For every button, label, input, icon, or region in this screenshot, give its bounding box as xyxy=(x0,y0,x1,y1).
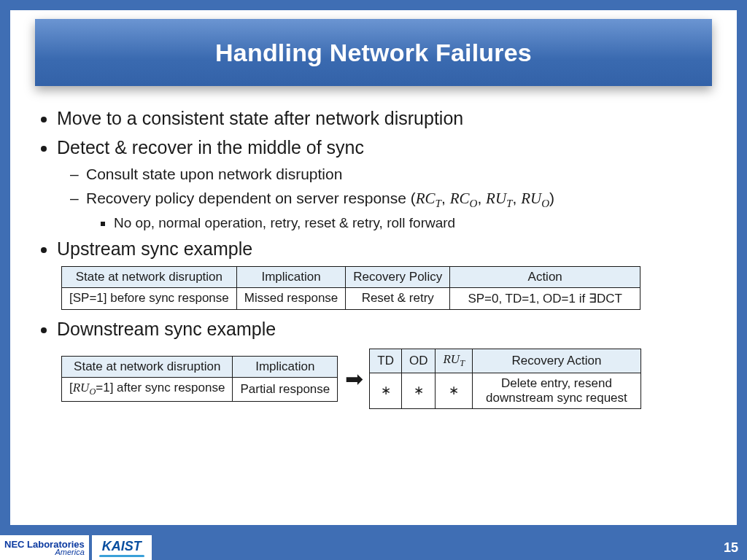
t2b-h1: TD xyxy=(370,349,402,373)
t2b-r1c3: ∗ xyxy=(436,373,472,408)
table-row: [SP=1] before sync response Missed respo… xyxy=(62,287,640,309)
kaist-logo: KAIST xyxy=(92,535,152,560)
bullet-2b-sublist: No op, normal operation, retry, reset & … xyxy=(86,214,709,233)
page-number: 15 xyxy=(724,540,738,556)
t2b-h2: OD xyxy=(401,349,436,373)
t2b-r1c1: ∗ xyxy=(370,373,402,408)
table-row: State at network disruption Implication xyxy=(62,357,338,378)
logo-strip: NEC Laboratories America KAIST xyxy=(0,535,152,560)
title-bar: Handling Network Failures xyxy=(35,19,712,86)
t2a-r1c1: [RUO=1] after sync response xyxy=(62,378,233,401)
t1-r1c2: Missed response xyxy=(236,287,346,309)
kaist-underline xyxy=(99,555,144,557)
table-row: ∗ ∗ ∗ Delete entry, resend downstream sy… xyxy=(370,373,641,408)
rc-o: RCO xyxy=(450,190,478,207)
t2a-h2: Implication xyxy=(233,357,338,378)
bullet-4: Downstream sync example xyxy=(57,317,709,342)
t2a-h1: State at network disruption xyxy=(62,357,233,378)
content-area: Move to a consistent state after network… xyxy=(38,106,709,412)
slide-frame: Handling Network Failures Move to a cons… xyxy=(0,0,747,560)
t1-r1c3: Reset & retry xyxy=(346,287,450,309)
table-row: State at network disruption Implication … xyxy=(62,266,640,287)
bullet-3: Upstream sync example xyxy=(57,237,709,262)
t2b-r1c2: ∗ xyxy=(401,373,436,408)
t2b-h4: Recovery Action xyxy=(472,349,640,373)
slide-title: Handling Network Failures xyxy=(215,39,532,67)
nec-logo: NEC Laboratories America xyxy=(0,535,89,560)
table-row: [RUO=1] after sync response Partial resp… xyxy=(62,378,338,401)
downstream-table-right: TD OD RUT Recovery Action ∗ ∗ ∗ Delete e… xyxy=(369,349,641,408)
t1-h3: Recovery Policy xyxy=(346,266,450,287)
slide-body: Handling Network Failures Move to a cons… xyxy=(10,10,737,525)
bullet-list: Move to a consistent state after network… xyxy=(38,106,709,262)
arrow-icon: ➡ xyxy=(345,368,363,390)
bullet-2-text: Detect & recover in the middle of sync xyxy=(57,137,364,158)
bullet-2-sublist: Consult state upon network disruption Re… xyxy=(57,163,709,233)
ru-o: RUO xyxy=(521,190,549,207)
t1-h4: Action xyxy=(450,266,640,287)
t1-h1: State at network disruption xyxy=(62,266,237,287)
t1-r1c1: [SP=1] before sync response xyxy=(62,287,237,309)
t1-h2: Implication xyxy=(236,266,346,287)
t2b-h3: RUT xyxy=(436,349,472,373)
t1-r1c4: SP=0, TD=1, OD=1 if ∃DCT xyxy=(450,287,640,309)
bullet-2b: Recovery policy dependent on server resp… xyxy=(86,187,709,233)
bullet-2: Detect & recover in the middle of sync C… xyxy=(57,136,709,233)
t2a-r1c2: Partial response xyxy=(233,378,338,401)
bullet-2a: Consult state upon network disruption xyxy=(86,163,709,184)
downstream-table-left: State at network disruption Implication … xyxy=(61,356,338,401)
table-row: TD OD RUT Recovery Action xyxy=(370,349,641,373)
ru-t: RUT xyxy=(486,190,512,207)
downstream-row: State at network disruption Implication … xyxy=(61,346,709,411)
upstream-table: State at network disruption Implication … xyxy=(61,266,640,310)
bullet-list-2: Downstream sync example xyxy=(38,317,709,342)
t2b-r1c4: Delete entry, resend downstream sync req… xyxy=(472,373,640,408)
bullet-1: Move to a consistent state after network… xyxy=(57,106,709,131)
bullet-2b1: No op, normal operation, retry, reset & … xyxy=(114,214,709,233)
rc-t: RCT xyxy=(416,190,441,207)
